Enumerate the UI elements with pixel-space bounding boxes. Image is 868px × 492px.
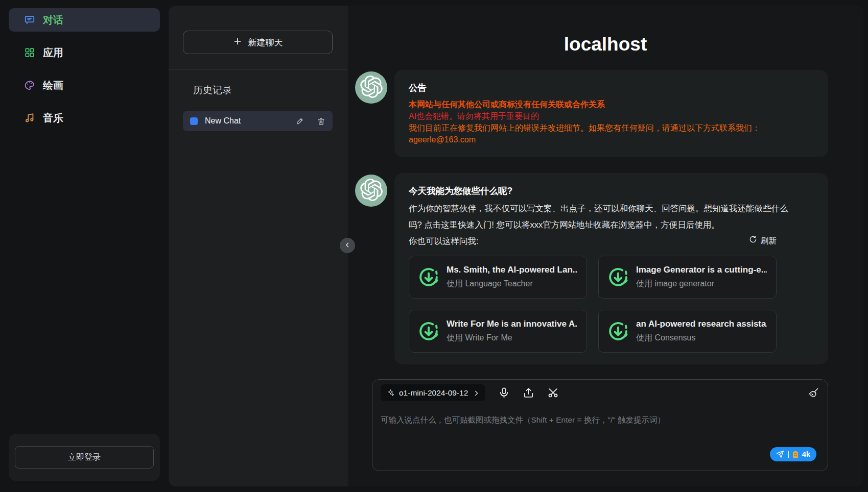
welcome-body: 作为你的智慧伙伴，我不仅可以写文案、出点子，还可以和你聊天、回答问题。想知道我还…: [409, 200, 797, 233]
sidebar-spacer: [9, 139, 160, 434]
suggestion-subtitle: 使用 Consensus: [636, 333, 767, 343]
announcement-contact-email: ageerle@163.com: [409, 134, 814, 145]
suggestion-text: an AI-powered research assista... 使用 Con…: [636, 319, 767, 343]
refresh-suggestions-button[interactable]: 刷新: [749, 233, 777, 249]
new-chat-button-label: 新建聊天: [248, 37, 283, 48]
sidebar-item-music[interactable]: 音乐: [9, 106, 160, 130]
suggestion-subtitle: 使用 Write For Me: [447, 333, 577, 343]
circle-arrow-down-icon: [418, 321, 439, 341]
chat-history-item[interactable]: New Chat: [183, 111, 333, 131]
sidebar-item-label: 应用: [43, 46, 63, 60]
list-divider: [169, 69, 347, 70]
composer: o1-mini-2024-09-12: [372, 379, 828, 471]
sidebar-item-label: 绘画: [43, 79, 63, 92]
token-battery-icon: [792, 451, 799, 458]
login-panel: 立即登录: [9, 434, 160, 481]
suggestion-title: Ms. Smith, the AI-powered Lan...: [447, 265, 577, 275]
circle-arrow-down-icon: [608, 267, 628, 287]
refresh-label: 刷新: [761, 233, 777, 249]
history-items: New Chat: [183, 111, 333, 131]
token-badge: 4k: [802, 450, 810, 458]
sidebar-item-drawing[interactable]: 绘画: [9, 73, 160, 97]
announcement-bubble: 公告 本网站与任何其他公司或商标没有任何关联或合作关系 AI也会犯错。请勿将其用…: [394, 70, 828, 157]
suggestion-card[interactable]: Write For Me is an innovative A... 使用 Wr…: [409, 310, 587, 353]
circle-arrow-down-icon: [608, 321, 628, 341]
page-title: localhost: [347, 33, 863, 56]
refresh-icon: [749, 233, 757, 249]
suggestion-subtitle: 使用 Language Teacher: [447, 279, 577, 289]
collapse-sidebar-button[interactable]: [340, 238, 355, 253]
suggestion-card[interactable]: Ms. Smith, the AI-powered Lan... 使用 Lang…: [409, 256, 587, 299]
send-button[interactable]: 4k: [770, 447, 816, 461]
suggestion-text: Image Generator is a cutting-e... 使用 ima…: [636, 265, 767, 289]
chat-main-panel: localhost 公告 本网站与任何其他公司或商标没有任何关联或合作关系 AI…: [347, 6, 863, 486]
openai-logo-icon: [360, 179, 383, 203]
send-divider: [788, 451, 789, 458]
chevron-right-icon: [473, 389, 479, 396]
announcement-heading: 公告: [409, 82, 814, 94]
ask-hint-row: 你也可以这样问我: 刷新: [409, 233, 777, 249]
suggestion-subtitle: 使用 image generator: [636, 279, 767, 289]
suggestion-grid: Ms. Smith, the AI-powered Lan... 使用 Lang…: [409, 256, 777, 353]
openai-logo-icon: [360, 76, 383, 100]
announcement-line: 我们目前正在修复我们网站上的错误并改进细节。如果您有任何疑问，请通过以下方式联系…: [409, 122, 814, 134]
sidebar-item-apps[interactable]: 应用: [9, 41, 160, 64]
ask-hint: 你也可以这样问我:: [409, 233, 479, 249]
history-heading: 历史记录: [193, 84, 333, 97]
assistant-avatar: [355, 175, 387, 207]
sidebar-item-label: 对话: [43, 13, 63, 27]
welcome-heading: 今天我能为您做些什么呢?: [409, 185, 814, 197]
microphone-icon[interactable]: [498, 387, 510, 399]
assistant-avatar: [355, 71, 387, 104]
send-plane-icon: [776, 450, 784, 458]
suggestion-card[interactable]: an AI-powered research assista... 使用 Con…: [598, 310, 777, 353]
message-list: 公告 本网站与任何其他公司或商标没有任何关联或合作关系 AI也会犯错。请勿将其用…: [347, 56, 863, 370]
suggestion-text: Write For Me is an innovative A... 使用 Wr…: [447, 319, 577, 343]
chat-bubble-icon: [24, 14, 35, 26]
clear-context-broom-icon[interactable]: [808, 387, 819, 399]
message-input[interactable]: [372, 406, 828, 471]
suggestion-title: Image Generator is a cutting-e...: [636, 265, 767, 275]
sidebar-item-chat[interactable]: 对话: [9, 8, 160, 32]
composer-body: 4k: [372, 406, 828, 471]
upload-icon[interactable]: [523, 387, 534, 399]
sidebar-item-label: 音乐: [43, 111, 63, 125]
workspace: 新建聊天 历史记录 New Chat: [169, 6, 863, 486]
welcome-bubble: 今天我能为您做些什么呢? 作为你的智慧伙伴，我不仅可以写文案、出点子，还可以和你…: [394, 173, 828, 364]
apps-grid-icon: [24, 47, 35, 58]
chevron-left-icon: [344, 241, 351, 250]
palette-icon: [24, 80, 35, 91]
message-welcome: 今天我能为您做些什么呢? 作为你的智慧伙伴，我不仅可以写文案、出点子，还可以和你…: [355, 173, 828, 364]
sparkle-icon: [387, 389, 394, 397]
announcement-line: 本网站与任何其他公司或商标没有任何关联或合作关系: [409, 99, 814, 110]
plus-icon: [233, 37, 242, 48]
chat-item-icon: [190, 117, 198, 125]
app-root: 对话 应用 绘画 音乐 立即登录: [0, 0, 868, 492]
chat-list-panel: 新建聊天 历史记录 New Chat: [169, 6, 347, 486]
message-announcement: 公告 本网站与任何其他公司或商标没有任何关联或合作关系 AI也会犯错。请勿将其用…: [355, 70, 828, 157]
announcement-line: AI也会犯错。请勿将其用于重要目的: [409, 110, 814, 122]
suggestion-title: Write For Me is an innovative A...: [447, 319, 577, 329]
circle-arrow-down-icon: [418, 267, 439, 287]
sidebar: 对话 应用 绘画 音乐 立即登录: [0, 0, 169, 492]
model-selector[interactable]: o1-mini-2024-09-12: [381, 384, 485, 401]
chat-item-title: New Chat: [205, 116, 289, 126]
music-note-icon: [24, 112, 35, 124]
new-chat-button[interactable]: 新建聊天: [183, 31, 333, 54]
delete-icon[interactable]: [317, 117, 325, 126]
suggestion-title: an AI-powered research assista...: [636, 319, 767, 329]
model-label: o1-mini-2024-09-12: [399, 388, 468, 398]
suggestion-text: Ms. Smith, the AI-powered Lan... 使用 Lang…: [447, 265, 577, 289]
edit-icon[interactable]: [296, 117, 304, 126]
composer-toolbar: o1-mini-2024-09-12: [372, 380, 828, 406]
login-button[interactable]: 立即登录: [15, 446, 154, 469]
suggestion-card[interactable]: Image Generator is a cutting-e... 使用 ima…: [598, 256, 777, 299]
scissors-icon[interactable]: [547, 387, 559, 399]
